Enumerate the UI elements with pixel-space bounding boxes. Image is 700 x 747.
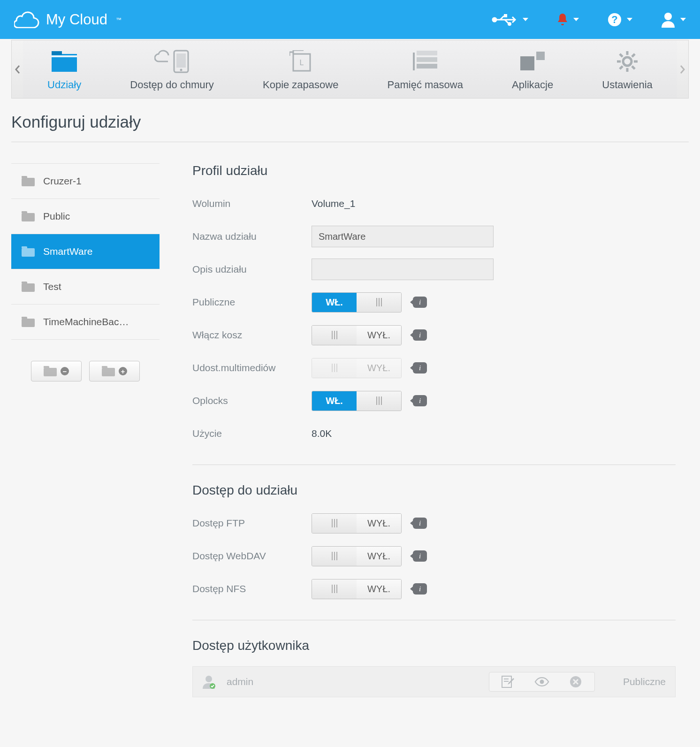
- svg-point-35: [540, 680, 544, 684]
- nav-label: Dostęp do chmury: [130, 79, 214, 91]
- nav-storage[interactable]: Pamięć masowa: [378, 43, 472, 96]
- svg-point-3: [508, 22, 511, 26]
- user-icon: [661, 12, 676, 28]
- toggle-off-label: WYŁ.: [357, 514, 401, 533]
- cloud-device-icon: [154, 50, 190, 73]
- folder-icon: [22, 317, 35, 327]
- share-item[interactable]: Public: [11, 199, 160, 234]
- brand-text: My Cloud: [46, 11, 107, 28]
- nav-apps[interactable]: Aplikacje: [502, 43, 563, 96]
- share-name: Cruzer-1: [43, 175, 82, 187]
- page-title: Konfiguruj udziały: [11, 113, 689, 131]
- svg-rect-20: [536, 52, 545, 60]
- deny-permission-icon[interactable]: [568, 675, 583, 688]
- svg-line-26: [620, 54, 623, 57]
- info-icon[interactable]: i: [413, 329, 427, 341]
- nfs-toggle[interactable]: WYŁ.: [312, 579, 402, 599]
- info-icon[interactable]: i: [413, 550, 427, 562]
- gear-icon: [616, 50, 639, 73]
- svg-rect-17: [417, 57, 437, 62]
- svg-point-6: [664, 13, 672, 20]
- volume-value: Volume_1: [312, 198, 355, 209]
- info-icon[interactable]: i: [413, 297, 427, 308]
- nav-label: Udziały: [47, 79, 81, 91]
- oplocks-toggle[interactable]: WŁ.: [312, 391, 402, 411]
- svg-rect-8: [52, 51, 62, 55]
- folder-icon: [52, 51, 77, 72]
- share-item-selected[interactable]: SmartWare: [11, 234, 160, 269]
- svg-point-12: [180, 69, 182, 71]
- grip-icon: [376, 298, 382, 306]
- svg-rect-2: [504, 14, 507, 17]
- usb-menu[interactable]: [492, 14, 528, 26]
- webdav-toggle[interactable]: WYŁ.: [312, 546, 402, 566]
- plus-icon: +: [119, 367, 127, 375]
- user-access-row[interactable]: admin Publiczne: [192, 666, 676, 697]
- share-desc-input[interactable]: [312, 259, 494, 280]
- section-access-title: Dostęp do udziału: [192, 483, 676, 498]
- share-name: TimeMachineBac…: [43, 316, 129, 328]
- grip-icon: [332, 585, 337, 593]
- folder-icon: [22, 176, 35, 186]
- user-menu[interactable]: [661, 12, 686, 28]
- edit-permission-icon[interactable]: [501, 675, 516, 688]
- share-name: Public: [43, 211, 70, 222]
- nav-label: Pamięć masowa: [388, 79, 463, 91]
- toggle-off-label: WYŁ.: [357, 547, 401, 566]
- main-nav: Udziały Dostęp do chmury L Kopie zapasow…: [11, 40, 689, 99]
- bell-icon: [556, 13, 569, 27]
- svg-rect-18: [417, 64, 437, 69]
- nav-backups[interactable]: L Kopie zapasowe: [253, 43, 348, 96]
- media-toggle: WYŁ.: [312, 358, 402, 378]
- apps-icon: [520, 52, 545, 71]
- permission-buttons: [489, 672, 595, 692]
- share-name: Test: [43, 281, 61, 292]
- ftp-toggle[interactable]: WYŁ.: [312, 513, 402, 534]
- oplocks-label: Oplocks: [192, 395, 312, 406]
- toggle-off-label: WYŁ.: [357, 326, 401, 345]
- toggle-off-label: WYŁ.: [357, 579, 401, 599]
- info-icon[interactable]: i: [413, 395, 427, 406]
- svg-line-27: [632, 66, 635, 69]
- backup-icon: L: [289, 50, 312, 73]
- svg-point-30: [205, 676, 212, 682]
- nav-scroll-left[interactable]: [12, 40, 23, 98]
- svg-rect-9: [52, 55, 77, 57]
- share-item[interactable]: Cruzer-1: [11, 164, 160, 199]
- usage-value: 8.0K: [312, 428, 332, 439]
- separator: [192, 465, 676, 465]
- folder-icon: [22, 246, 35, 257]
- info-icon[interactable]: i: [413, 362, 427, 374]
- folder-icon: [22, 282, 35, 292]
- nav-settings[interactable]: Ustawienia: [593, 43, 662, 96]
- section-profile-title: Profil udziału: [192, 163, 676, 178]
- nfs-label: Dostęp NFS: [192, 583, 312, 595]
- help-menu[interactable]: ?: [607, 12, 632, 27]
- brand-logo[interactable]: My Cloud™: [14, 11, 122, 28]
- nav-shares[interactable]: Udziały: [38, 43, 91, 96]
- share-name-input[interactable]: [312, 226, 494, 247]
- share-list: Cruzer-1 Public SmartWare Test TimeMachi…: [11, 163, 160, 340]
- nav-cloud-access[interactable]: Dostęp do chmury: [121, 43, 223, 96]
- alerts-menu[interactable]: [556, 13, 579, 27]
- share-item[interactable]: Test: [11, 269, 160, 305]
- folder-icon: [22, 211, 35, 221]
- remove-share-button[interactable]: −: [31, 361, 82, 381]
- info-icon[interactable]: i: [413, 518, 427, 529]
- view-permission-icon[interactable]: [534, 675, 549, 688]
- info-icon[interactable]: i: [413, 583, 427, 595]
- recycle-toggle[interactable]: WYŁ.: [312, 325, 402, 345]
- share-item[interactable]: TimeMachineBac…: [11, 305, 160, 340]
- toggle-on-label: WŁ.: [312, 293, 357, 312]
- nav-label: Aplikacje: [512, 79, 553, 91]
- separator: [192, 620, 676, 620]
- grip-icon: [332, 519, 337, 527]
- public-toggle[interactable]: WŁ.: [312, 292, 402, 313]
- share-name-label: Nazwa udziału: [192, 231, 312, 242]
- share-desc-label: Opis udziału: [192, 264, 312, 275]
- grip-icon: [332, 364, 337, 372]
- svg-rect-15: [413, 53, 415, 70]
- nav-scroll-right[interactable]: [677, 40, 688, 98]
- add-share-button[interactable]: +: [89, 361, 140, 381]
- folder-icon: [102, 366, 115, 376]
